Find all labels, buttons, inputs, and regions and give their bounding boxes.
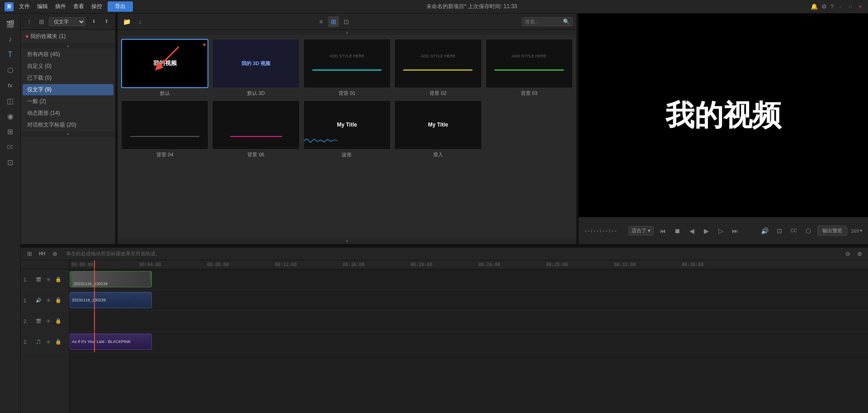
ruler-mark-2: 00:08:00 [207,262,229,267]
sidebar-sticker[interactable]: ⬡ [3,63,18,77]
sidebar-captions[interactable]: CC [3,140,18,154]
new-folder-button[interactable]: 📁 [121,16,132,27]
clip-audio-1[interactable]: 20231116_130239 [70,292,152,308]
play-btn[interactable]: ▷ [715,225,726,236]
media-item-7[interactable]: 背景 06 [212,100,299,158]
ruler-mark-4: 00:16:00 [343,262,364,267]
cat-scroll-down[interactable]: ▼ [21,131,115,137]
stop-btn[interactable]: ⏹ [672,225,683,236]
output-preview-btn[interactable]: 输出预览 [817,225,847,236]
minimize-button[interactable]: − [837,4,844,10]
media-item-4[interactable]: ADD STYLE HERE 背景 02 [394,39,481,97]
help-icon[interactable]: ? [830,3,834,10]
favorite-icon-1: ♥ [203,42,206,48]
cat-scroll-up[interactable]: ▲ [21,43,115,48]
media-label-2: 默认 3D [247,90,265,97]
media-item-1[interactable]: 我的视频 ♥ [121,39,208,97]
clip-audio-2[interactable]: As If It's Your Last - BLACKPINK [70,333,152,350]
export-button[interactable]: 导出 [108,1,133,12]
track-2v-eye-btn[interactable]: 👁 [44,317,52,325]
ruler-mark-3: 00:12:00 [275,262,297,267]
settings-icon[interactable]: ⚙ [821,3,827,10]
track-1v-lock-btn[interactable]: 🔒 [54,276,62,284]
next-frame-btn[interactable]: ▶ [701,225,712,236]
filter-select[interactable]: 仅文字 所有 视频 [49,17,85,26]
track-2a-eye-btn[interactable]: 👁 [44,338,52,346]
media-thumb-1: 我的视频 ♥ [121,39,208,88]
import-media-button[interactable]: ↑ [24,16,34,27]
cat-motion-graphic[interactable]: 动态图形 (14) [23,108,113,119]
topbar: 剪 文件 编辑 插件 查看 操控 导出 未命名的新项目* 上次保存时间: 11:… [0,0,868,14]
media-item-8[interactable]: My Title 波形 [303,100,391,158]
media-thumb-6 [121,100,208,150]
media-item-9[interactable]: My Title 滑入 [394,100,481,158]
menu-plugins[interactable]: 插件 [55,3,66,10]
play-to-end-btn[interactable]: ⏭ [730,225,741,236]
import-media-btn[interactable]: ↓ [135,16,146,27]
track-row-2v [70,311,868,332]
cat-all[interactable]: 所有内容 (45) [23,49,113,60]
timeline-add-btn[interactable]: ⊞ [24,249,34,259]
cat-downloaded[interactable]: 已下载 (0) [23,72,113,84]
view-list-btn[interactable]: ≡ [316,16,326,27]
clip-video-1[interactable]: 20231116_130239 [70,271,152,287]
sidebar-audio[interactable]: ♪ [3,33,18,46]
import-button-2[interactable]: ⬇ [88,16,99,27]
fullscreen-btn[interactable]: ⊡ [774,225,785,236]
export-button-2[interactable]: ⬆ [101,16,112,27]
track-1v-cam-icon: 🎬 [34,276,42,284]
ruler-playhead [94,260,95,269]
media-item-6[interactable]: 背景 04 [121,100,208,158]
media-label-8: 波形 [342,151,352,158]
volume-btn[interactable]: 🔊 [760,225,770,236]
timeline-zoom-in[interactable]: ⊕ [854,249,864,259]
close-button[interactable]: ✕ [857,4,863,10]
prev-frame-btn[interactable]: ◀ [686,225,697,236]
menu-controls[interactable]: 操控 [91,3,102,10]
play-to-start-btn[interactable]: ⏮ [657,225,668,236]
media-thumb-8: My Title [303,100,391,150]
captions-btn[interactable]: CC [788,225,799,236]
preview-fit-dropdown[interactable]: 适合了 ▾ [628,226,654,235]
media-scroll-down[interactable]: ▼ [118,239,576,244]
menu-file[interactable]: 文件 [19,3,30,10]
sidebar-text[interactable]: T [3,48,18,61]
view-grid-btn[interactable]: ⊞ [328,16,339,27]
track-1v-eye-btn[interactable]: 👁 [44,276,52,284]
sidebar-effects[interactable]: fx [3,79,18,92]
media-label-4: 背景 02 [429,90,446,97]
media-item-3[interactable]: ADD STYLE HERE 背景 01 [303,39,391,97]
sidebar-transition[interactable]: ◫ [3,94,18,108]
menu-view[interactable]: 查看 [73,3,84,10]
search-input[interactable] [525,19,561,24]
sidebar-filter[interactable]: ◉ [3,109,18,123]
media-grid-area: 📁 ↓ ≡ ⊞ ⊡ 🔍 ▲ [118,14,577,244]
cat-dialog[interactable]: 对话框文字标题 (20) [23,119,113,131]
cat-custom[interactable]: 自定义 (0) [23,61,113,72]
external-btn[interactable]: ⬡ [803,225,814,236]
media-item-5[interactable]: ADD STYLE HERE 背景 03 [486,39,573,97]
maximize-button[interactable]: □ [847,4,854,10]
track-2v-lock-btn[interactable]: 🔒 [54,317,62,325]
track-1a-eye-btn[interactable]: 👁 [44,296,52,305]
cat-general[interactable]: 一般 (2) [23,96,113,107]
preview-controls: --:--:--:-- 适合了 ▾ ⏮ ⏹ ◀ ▶ ▷ ⏭ 🔊 ⊡ CC ⬡ [579,217,868,244]
panel-option-button[interactable]: ⊞ [37,16,46,27]
timeline-split-btn[interactable]: ⊕ [50,249,60,259]
track-header-2v: 2. 🎬 👁 🔒 [21,311,69,332]
view-large-btn[interactable]: ⊡ [341,16,352,27]
top-content: ↑ ⊞ 仅文字 所有 视频 ⬇ ⬆ ♥ 我的收藏夹 (1) [21,14,868,244]
track-2a-lock-btn[interactable]: 🔒 [54,338,62,346]
cat-text-only[interactable]: 仅文字 (9) [23,84,113,95]
media-item-2[interactable]: 我的 3D 视频 默认 3D [212,39,299,97]
timeline-content[interactable]: 00:00:00 00:04:00 00:08:00 00:12:00 00:1… [70,260,868,413]
timeline-zoom-out[interactable]: ⊖ [843,249,853,259]
sidebar-adjust[interactable]: ⊞ [3,125,18,138]
sidebar-media[interactable]: 🎬 [3,17,18,31]
track-1a-lock-btn[interactable]: 🔒 [54,296,62,305]
ruler-mark-1: 00:04:00 [139,262,161,267]
media-scroll-up[interactable]: ▲ [118,30,576,35]
menu-edit[interactable]: 编辑 [37,3,48,10]
sidebar-template[interactable]: ⊡ [3,155,18,169]
timeline-hh-btn[interactable]: HH [37,249,47,259]
